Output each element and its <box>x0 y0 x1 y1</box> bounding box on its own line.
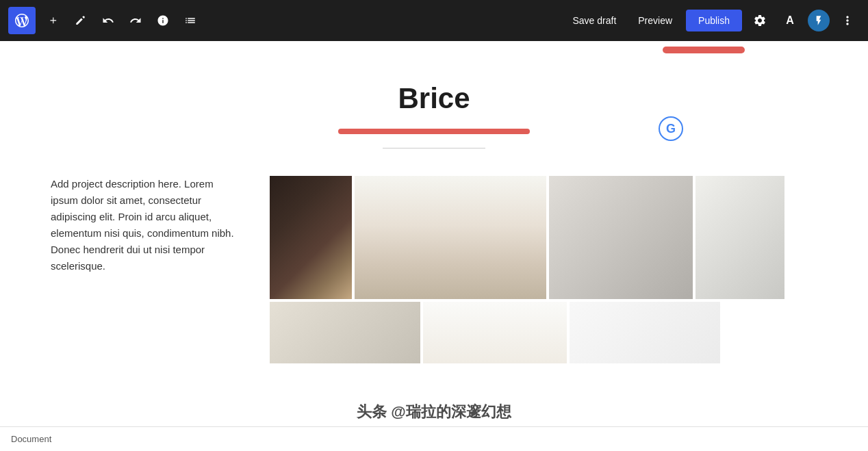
bottom-bar: Document <box>0 426 868 451</box>
toolbar: Save draft Preview Publish A <box>0 0 868 41</box>
red-pill-hint <box>663 47 745 53</box>
redo-button[interactable] <box>123 8 148 33</box>
lightning-icon[interactable] <box>808 10 830 31</box>
save-draft-button[interactable]: Save draft <box>564 11 624 30</box>
gallery-image-mirror[interactable] <box>270 302 420 363</box>
preview-button[interactable]: Preview <box>630 11 680 30</box>
font-button[interactable]: A <box>778 8 802 33</box>
toolbar-left-actions <box>41 8 203 33</box>
info-button[interactable] <box>151 8 175 33</box>
gallery-image-frames[interactable] <box>549 176 693 299</box>
gallery-image-white[interactable] <box>570 302 720 363</box>
gallery-row-top <box>270 176 817 299</box>
gallery-image-plant[interactable] <box>695 176 784 299</box>
project-description[interactable]: Add project description here. Lorem ipsu… <box>51 176 242 274</box>
red-accent-bar <box>338 129 530 134</box>
gallery-row-bottom <box>270 302 817 363</box>
publish-button[interactable]: Publish <box>686 10 742 31</box>
page-body: Brice Add project description here. Lore… <box>23 41 845 391</box>
settings-button[interactable] <box>748 8 772 33</box>
undo-button[interactable] <box>96 8 120 33</box>
content-columns: Add project description here. Lorem ipsu… <box>51 176 817 363</box>
document-label[interactable]: Document <box>11 434 51 444</box>
project-gallery <box>270 176 817 363</box>
toolbar-right-actions: Save draft Preview Publish A <box>564 8 860 33</box>
edit-button[interactable] <box>68 8 93 33</box>
add-block-button[interactable] <box>41 8 66 33</box>
section-divider <box>383 148 485 149</box>
gallery-image-kitchen[interactable] <box>270 176 352 299</box>
main-content: G Brice Add project description here. Lo… <box>0 41 868 451</box>
grammarly-icon[interactable]: G <box>659 116 683 141</box>
post-title[interactable]: Brice <box>51 82 817 115</box>
gallery-image-light[interactable] <box>423 302 567 363</box>
more-options-button[interactable] <box>835 8 860 33</box>
wp-logo[interactable] <box>8 7 36 34</box>
list-view-button[interactable] <box>178 8 203 33</box>
gallery-image-orchid[interactable] <box>355 176 546 299</box>
